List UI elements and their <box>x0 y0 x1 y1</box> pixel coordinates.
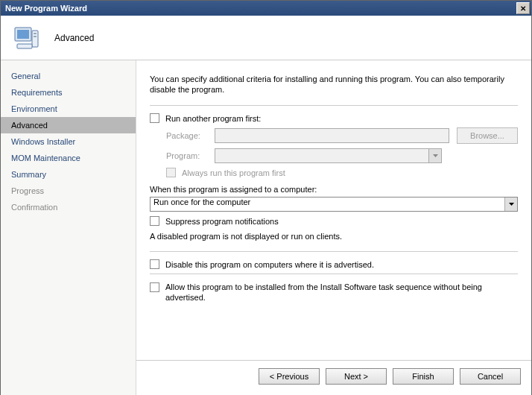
disabled-note: A disabled program is not displayed or r… <box>150 232 518 241</box>
close-icon: ✕ <box>520 4 526 13</box>
allow-ts-label: Allow this program to be installed from … <box>165 282 518 303</box>
cancel-button[interactable]: Cancel <box>460 368 521 385</box>
run-another-first-label: Run another program first: <box>165 114 261 123</box>
svg-rect-3 <box>17 44 32 48</box>
disable-program-checkbox[interactable] <box>150 259 159 269</box>
finish-button[interactable]: Finish <box>393 368 454 385</box>
browse-button: Browse... <box>457 127 518 144</box>
wizard-window: New Program Wizard ✕ Advanced GeneralReq… <box>0 0 532 395</box>
computer-icon <box>11 23 41 53</box>
sidebar-item-environment[interactable]: Environment <box>1 101 136 117</box>
divider <box>150 251 518 252</box>
suppress-label: Suppress program notifications <box>165 217 279 226</box>
sidebar-item-progress: Progress <box>1 183 136 199</box>
program-label: Program: <box>166 151 215 160</box>
svg-rect-4 <box>34 33 37 34</box>
titlebar: New Program Wizard ✕ <box>1 1 531 16</box>
close-button[interactable]: ✕ <box>516 2 530 14</box>
chevron-down-icon[interactable] <box>504 197 517 211</box>
divider <box>150 274 518 274</box>
always-run-first-label: Always run this program first <box>182 168 285 177</box>
assigned-combo[interactable]: Run once for the computer <box>150 197 518 212</box>
wizard-body: GeneralRequirementsEnvironmentAdvancedWi… <box>1 60 531 395</box>
svg-rect-5 <box>34 36 37 37</box>
previous-button[interactable]: < Previous <box>259 368 320 385</box>
program-combo <box>215 148 442 163</box>
suppress-checkbox[interactable] <box>150 216 159 226</box>
sidebar-item-summary[interactable]: Summary <box>1 166 136 183</box>
chevron-down-icon <box>428 149 441 162</box>
intro-text: You can specify additional criteria for … <box>150 74 518 95</box>
sidebar-item-windows-installer[interactable]: Windows Installer <box>1 133 136 150</box>
sidebar-item-confirmation: Confirmation <box>1 199 136 215</box>
window-title: New Program Wizard <box>5 4 516 13</box>
next-button[interactable]: Next > <box>326 368 387 385</box>
sidebar-item-general[interactable]: General <box>1 68 136 84</box>
package-label: Package: <box>166 131 215 140</box>
package-input <box>215 128 449 143</box>
sidebar-item-requirements[interactable]: Requirements <box>1 84 136 101</box>
wizard-sidebar: GeneralRequirementsEnvironmentAdvancedWi… <box>1 60 136 395</box>
sidebar-item-mom-maintenance[interactable]: MOM Maintenance <box>1 150 136 166</box>
wizard-header: Advanced <box>1 16 531 60</box>
always-run-first-checkbox <box>166 168 176 177</box>
run-another-first-row: Run another program first: <box>150 113 518 123</box>
assigned-label: When this program is assigned to a compu… <box>150 185 518 194</box>
svg-rect-1 <box>17 30 29 39</box>
allow-ts-row: Allow this program to be installed from … <box>150 282 518 303</box>
svg-marker-6 <box>433 154 438 157</box>
allow-ts-checkbox[interactable] <box>150 282 159 292</box>
assigned-combo-value: Run once for the computer <box>151 196 253 208</box>
run-another-first-checkbox[interactable] <box>150 113 159 123</box>
run-first-form: Package: Browse... Program: <box>166 127 518 177</box>
disable-program-row: Disable this program on computers where … <box>150 259 518 269</box>
wizard-content: You can specify additional criteria for … <box>136 60 531 395</box>
wizard-footer: < Previous Next > Finish Cancel <box>136 360 531 395</box>
suppress-row: Suppress program notifications <box>150 216 518 226</box>
page-title: Advanced <box>54 33 94 43</box>
divider <box>150 105 518 106</box>
svg-marker-7 <box>509 203 514 206</box>
disable-program-label: Disable this program on computers where … <box>165 260 374 269</box>
sidebar-item-advanced[interactable]: Advanced <box>1 117 136 133</box>
